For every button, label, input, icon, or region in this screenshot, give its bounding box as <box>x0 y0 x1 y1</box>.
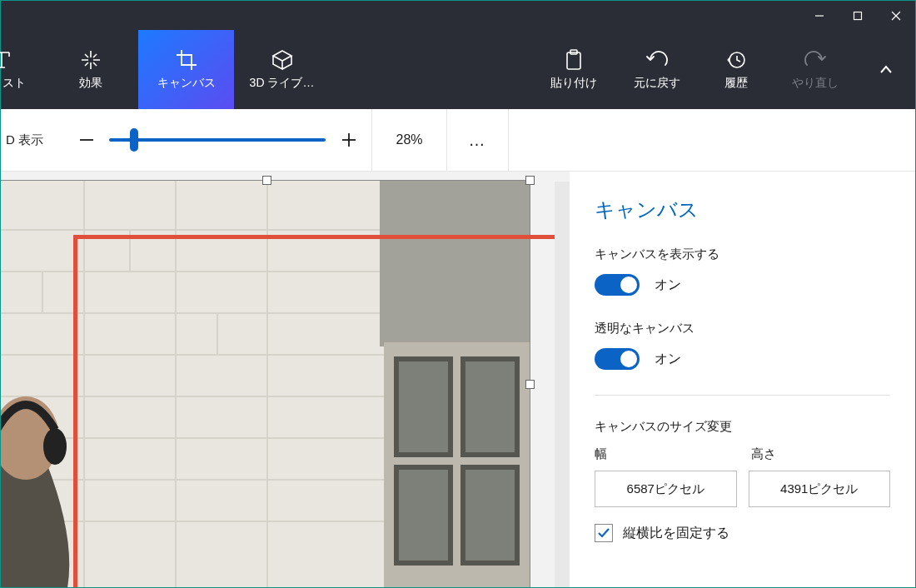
resize-handle-top-right[interactable] <box>525 176 535 185</box>
lock-aspect-checkbox[interactable] <box>595 524 613 542</box>
clipboard-icon <box>564 49 584 71</box>
annotation-line-vertical <box>73 235 77 587</box>
transparent-canvas-toggle[interactable] <box>595 348 640 370</box>
redo-icon <box>804 49 827 71</box>
svg-rect-29 <box>396 467 451 563</box>
svg-rect-28 <box>463 359 517 455</box>
resize-handle-right[interactable] <box>525 380 535 389</box>
app-window: スト 効果 キャンバス 3D ライブ… 貼り付け <box>0 0 916 588</box>
tool-paste[interactable]: 貼り付け <box>532 30 615 109</box>
close-button[interactable] <box>877 1 915 30</box>
canvas-image <box>1 180 530 587</box>
sparkle-icon <box>79 49 102 71</box>
resize-canvas-label: キャンバスのサイズ変更 <box>595 419 890 435</box>
width-label: 幅 <box>595 446 734 462</box>
zoom-in-button[interactable] <box>326 131 371 149</box>
show-canvas-state: オン <box>655 277 681 294</box>
tool-effects[interactable]: 効果 <box>42 30 138 109</box>
maximize-button[interactable] <box>839 1 877 30</box>
tool-3d-library[interactable]: 3D ライブ… <box>234 30 330 109</box>
tool-paste-label: 貼り付け <box>550 76 597 91</box>
tool-text-label: スト <box>2 76 26 91</box>
canvas-workspace[interactable] <box>1 172 570 587</box>
svg-rect-1 <box>854 12 862 19</box>
panel-title: キャンバス <box>595 197 890 223</box>
svg-rect-25 <box>380 180 530 346</box>
undo-icon <box>645 49 669 71</box>
zoom-bar: D 表示 28% … <box>1 109 915 172</box>
properties-panel: キャンバス キャンバスを表示する オン 透明なキャンバス オン キャンバスのサイ… <box>570 172 915 587</box>
panel-divider <box>595 395 890 396</box>
tool-text[interactable]: スト <box>1 30 42 109</box>
view-mode-label[interactable]: D 表示 <box>1 132 63 148</box>
height-label: 高さ <box>751 446 891 462</box>
ribbon-collapse-button[interactable] <box>857 30 915 109</box>
tool-redo-label: やり直し <box>792 76 839 91</box>
lock-aspect-label: 縦横比を固定する <box>623 525 729 542</box>
tool-history-label: 履歴 <box>724 76 748 91</box>
ribbon-spacer <box>330 30 532 109</box>
tool-undo-label: 元に戻す <box>634 76 680 91</box>
lock-aspect-row[interactable]: 縦横比を固定する <box>595 524 890 542</box>
width-input[interactable]: 6587ピクセル <box>595 471 737 507</box>
title-bar <box>1 1 915 30</box>
zoom-percent[interactable]: 28% <box>371 109 446 171</box>
crop-icon <box>175 49 198 71</box>
vertical-scrollbar[interactable] <box>555 182 570 587</box>
zoom-out-button[interactable] <box>63 131 109 149</box>
resize-handle-top[interactable] <box>262 176 271 185</box>
text-icon <box>0 49 12 71</box>
minimize-button[interactable] <box>800 1 839 30</box>
zoom-more-button[interactable]: … <box>446 109 509 171</box>
tool-canvas-label: キャンバス <box>157 76 216 91</box>
tool-history[interactable]: 履歴 <box>699 30 774 109</box>
show-canvas-toggle[interactable] <box>595 274 640 296</box>
svg-rect-30 <box>463 467 517 563</box>
ribbon-toolbar: スト 効果 キャンバス 3D ライブ… 貼り付け <box>1 30 915 109</box>
transparent-canvas-label: 透明なキャンバス <box>595 321 890 336</box>
cube-icon <box>271 49 294 71</box>
history-icon <box>725 49 747 71</box>
height-input[interactable]: 4391ピクセル <box>749 471 891 507</box>
svg-rect-4 <box>567 52 580 69</box>
tool-canvas[interactable]: キャンバス <box>138 30 234 109</box>
tool-3d-library-label: 3D ライブ… <box>250 76 315 91</box>
annotation-line-horizontal <box>73 235 570 239</box>
main-area: キャンバス キャンバスを表示する オン 透明なキャンバス オン キャンバスのサイ… <box>1 172 915 587</box>
svg-rect-27 <box>396 359 451 455</box>
zoom-slider[interactable] <box>109 138 326 142</box>
svg-point-32 <box>43 428 67 465</box>
tool-undo[interactable]: 元に戻す <box>615 30 699 109</box>
tool-redo: やり直し <box>774 30 857 109</box>
tool-effects-label: 効果 <box>79 76 102 91</box>
show-canvas-label: キャンバスを表示する <box>595 247 890 262</box>
transparent-canvas-state: オン <box>655 351 681 368</box>
